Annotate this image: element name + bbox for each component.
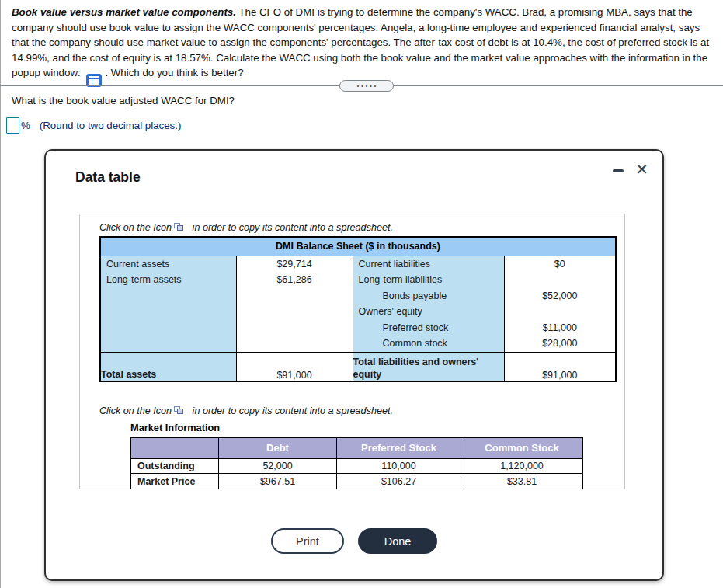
liabilities-labels-cell: Current liabilities Long-term liabilitie…: [353, 256, 504, 352]
close-icon[interactable]: ✕: [635, 162, 648, 177]
data-panel: Click on the Icon in order to copy its c…: [79, 214, 625, 489]
table-cell: Current liabilities: [353, 256, 504, 273]
table-cell: Current assets: [101, 256, 236, 273]
total-assets-value: $91,000: [236, 352, 353, 381]
total-liabilities-value: $91,000: [504, 352, 616, 381]
table-row: Outstanding 52,000 110,000 1,120,000: [131, 458, 583, 474]
done-button[interactable]: Done: [358, 528, 437, 554]
table-cell: [505, 304, 616, 320]
liabilities-values-cell: $0 $52,000 $11,000 $28,000: [504, 256, 616, 352]
problem-tail: . Which do you think is better?: [105, 67, 243, 78]
table-cell: [237, 336, 353, 352]
table-cell: $29,714: [237, 256, 353, 273]
print-button[interactable]: Print: [271, 528, 344, 554]
row-label: Outstanding: [131, 458, 219, 474]
table-cell: $967.51: [219, 474, 337, 489]
table-header-cell: Preferred Stock: [337, 438, 461, 458]
popup-title: Data table: [75, 169, 141, 186]
copy-note-prefix: Click on the Icon: [99, 222, 172, 233]
copy-note-2: Click on the Icon in order to copy its c…: [99, 405, 624, 419]
percent-label: %: [21, 120, 30, 131]
question-text: What is the book value adjusted WACC for…: [12, 95, 235, 106]
total-liabilities-label: Total liabilities and owners' equity: [353, 352, 504, 381]
copy-icon[interactable]: [174, 406, 185, 416]
table-cell: $33.81: [461, 474, 583, 489]
copy-note-1: Click on the Icon in order to copy its c…: [99, 222, 624, 235]
copy-icon[interactable]: [174, 223, 185, 232]
table-cell: [505, 272, 616, 288]
table-cell: $106.27: [337, 474, 461, 489]
table-cell: 52,000: [219, 458, 337, 474]
market-header-row: Debt Preferred Stock Common Stock: [131, 438, 583, 458]
table-cell: Long-term liabilities: [353, 272, 504, 288]
table-cell: Owners' equity: [353, 304, 504, 320]
table-cell: Long-term assets: [101, 272, 236, 288]
table-header-cell: Debt: [219, 438, 337, 458]
market-info-table: Debt Preferred Stock Common Stock Outsta…: [130, 437, 583, 489]
table-header-cell: [131, 438, 219, 458]
balance-sheet-table: DMI Balance Sheet ($ in thousands) Curre…: [99, 236, 617, 382]
answer-input[interactable]: [6, 117, 19, 134]
table-cell: $11,000: [505, 320, 616, 336]
window-controls: ✕: [613, 162, 648, 177]
copy-note-suffix: in order to copy its content into a spre…: [193, 222, 393, 233]
minimize-icon[interactable]: [613, 169, 624, 173]
table-cell: $0: [505, 256, 616, 273]
table-cell: Preferred stock: [353, 320, 504, 336]
page: Book value versus market value component…: [0, 0, 723, 588]
problem-statement: Book value versus market value component…: [12, 5, 717, 87]
table-cell: Bonds payable: [353, 288, 504, 304]
balance-sheet-total-row: Total assets $91,000 Total liabilities a…: [100, 352, 616, 381]
rounding-hint: (Round to two decimal places.): [40, 120, 182, 131]
assets-values-cell: $29,714 $61,286: [236, 256, 353, 352]
table-cell: $28,000: [505, 336, 616, 352]
page-left-border: [0, 0, 1, 588]
table-cell: [237, 304, 353, 320]
table-cell: [101, 288, 236, 304]
table-header-cell: Common Stock: [461, 438, 583, 458]
table-cell: $52,000: [505, 288, 616, 304]
copy-note-prefix: Click on the Icon: [99, 405, 172, 416]
table-cell: 1,120,000: [461, 458, 583, 474]
table-cell: Common stock: [353, 336, 504, 352]
table-cell: 110,000: [337, 458, 461, 474]
table-cell: $61,286: [237, 272, 353, 288]
table-cell: [101, 320, 236, 336]
table-row: Market Price $967.51 $106.27 $33.81: [131, 474, 583, 489]
table-cell: [101, 336, 236, 352]
balance-sheet-title: DMI Balance Sheet ($ in thousands): [100, 237, 616, 256]
assets-labels-cell: Current assets Long-term assets: [100, 256, 236, 352]
table-cell: [237, 320, 353, 336]
data-table-popup: Data table ✕ Click on the Icon in order …: [44, 149, 664, 581]
row-label: Market Price: [131, 474, 219, 489]
answer-row: % (Round to two decimal places.): [6, 117, 181, 134]
problem-title: Book value versus market value component…: [12, 6, 236, 18]
resize-handle-dots: •••••: [357, 83, 378, 89]
balance-sheet-body: Current assets Long-term assets $29,714 …: [100, 256, 616, 352]
copy-note-suffix: in order to copy its content into a spre…: [193, 405, 393, 416]
popup-buttons: Print Done: [46, 528, 662, 554]
total-assets-label: Total assets: [100, 352, 236, 381]
table-cell: [237, 288, 353, 304]
market-information-title: Market Information: [130, 422, 624, 434]
table-cell: [101, 304, 236, 320]
resize-handle[interactable]: •••••: [339, 80, 394, 92]
